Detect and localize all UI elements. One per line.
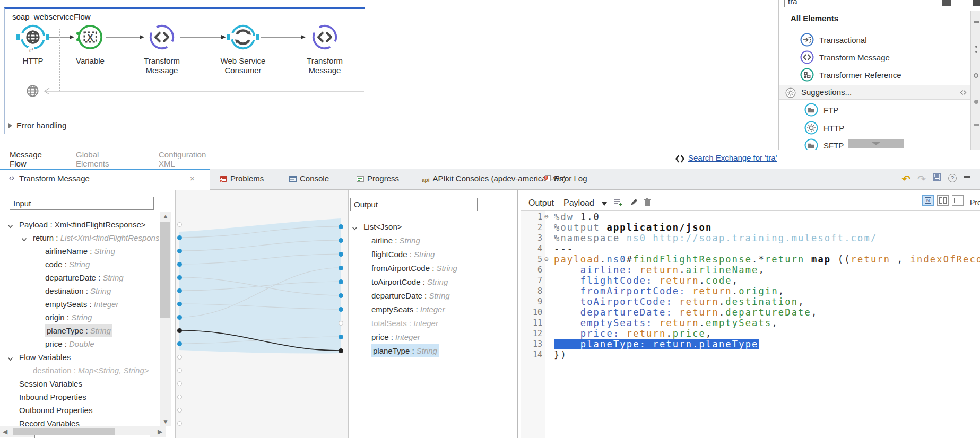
redo-icon[interactable]: ↷: [917, 173, 926, 185]
view-mode-code-button[interactable]: N: [922, 195, 934, 206]
tree-item-price[interactable]: price : Integer: [0, 330, 512, 344]
edit-icon[interactable]: [629, 197, 639, 207]
mapping-port-input[interactable]: [177, 341, 182, 346]
panel-tab-problems[interactable]: Problems: [220, 174, 264, 186]
code-line-12[interactable]: price: return.price,: [554, 328, 712, 339]
flow-node-web-service-consumer[interactable]: [230, 24, 256, 50]
filter-icon[interactable]: [942, 0, 951, 6]
mapping-port-output[interactable]: [339, 224, 343, 229]
preview-toggle[interactable]: Preview: [970, 198, 980, 207]
editor-tab-configuration-xml[interactable]: Configuration XML: [159, 150, 206, 168]
mapping-port-input[interactable]: [177, 222, 182, 227]
view-mode-full-button[interactable]: [952, 195, 964, 206]
palette-item-transformer-reference[interactable]: Transformer Reference: [800, 68, 901, 83]
chevron-down-icon[interactable]: [352, 221, 358, 233]
editor-tab-global-elements[interactable]: Global Elements: [76, 150, 109, 168]
error-handling-toggle[interactable]: Error handling: [8, 121, 66, 130]
code-payload-label[interactable]: Payload: [563, 198, 594, 208]
code-line-8[interactable]: fromAirportCode: return.origin,: [554, 286, 785, 296]
mapping-port-input[interactable]: [177, 408, 182, 413]
tree-item-fromairportcode[interactable]: fromAirportCode : String: [0, 261, 512, 275]
mapping-port-output[interactable]: [339, 238, 343, 243]
view-mode-split-button[interactable]: [937, 195, 949, 206]
delete-icon[interactable]: [643, 197, 652, 207]
code-line-5[interactable]: payload.ns0#findFlightResponse.*return m…: [554, 254, 980, 265]
tree-item-departuredate[interactable]: departureDate : String: [0, 289, 512, 302]
palette-suggestion-sftp[interactable]: SFTP: [804, 138, 844, 150]
code-line-3[interactable]: %namespace ns0 http://soap.training.mule…: [554, 233, 877, 243]
mapping-port-output[interactable]: [339, 307, 343, 312]
tree-item-airline[interactable]: airline : String: [0, 234, 512, 247]
mapping-port-input[interactable]: [177, 288, 182, 293]
code-line-6[interactable]: airline: return.airlineName,: [554, 265, 765, 275]
tree-item-session-variables[interactable]: Session Variables: [0, 377, 159, 390]
mapping-port-input[interactable]: [177, 262, 182, 267]
tree-item-flightcode[interactable]: flightCode : String: [0, 248, 512, 261]
output-filter-box[interactable]: [350, 198, 478, 211]
mapping-port-input[interactable]: [177, 368, 182, 373]
flow-node-transform-message[interactable]: [149, 24, 175, 50]
code-line-2[interactable]: %output application/json: [554, 222, 712, 233]
code-line-11[interactable]: emptySeats: return.emptySeats,: [554, 318, 778, 328]
mapping-port-input[interactable]: [177, 249, 182, 253]
dataweave-code-editor[interactable]: 1⊖%dw 1.02%output application/json3%name…: [521, 211, 980, 438]
palette-search-input[interactable]: [784, 0, 939, 7]
panel-tab-progress[interactable]: Progress: [357, 174, 399, 186]
code-line-13[interactable]: planeType: return.planeType: [554, 339, 759, 349]
mapping-port-input[interactable]: [177, 328, 182, 333]
mapping-port-output[interactable]: [339, 252, 343, 257]
code-line-1[interactable]: %dw 1.0: [554, 212, 600, 222]
mapping-port-input[interactable]: [177, 355, 182, 360]
mapping-port-output[interactable]: [339, 348, 343, 353]
tree-item-destination[interactable]: destination : Map<String, String>: [0, 364, 159, 377]
palette-suggestion-http[interactable]: HTTP: [804, 121, 844, 136]
code-line-10[interactable]: departureDate: return.departureDate,: [554, 307, 818, 318]
fold-icon[interactable]: ⊖: [544, 212, 550, 222]
mapping-port-input[interactable]: [177, 275, 182, 280]
palette-suggestion-ftp[interactable]: FTP: [804, 103, 838, 118]
undo-icon[interactable]: ↶: [902, 173, 910, 185]
tree-item-toairportcode[interactable]: toAirportCode : String: [0, 275, 512, 288]
mapping-port-output[interactable]: [339, 293, 343, 298]
minimize-icon[interactable]: [964, 173, 970, 182]
editor-tab-message-flow[interactable]: Message Flow: [10, 150, 42, 168]
tree-item-emptyseats[interactable]: emptySeats : Integer: [0, 303, 512, 316]
mapping-port-input[interactable]: [177, 421, 182, 426]
code-line-4[interactable]: ---: [554, 243, 574, 254]
add-target-icon[interactable]: [613, 197, 624, 207]
tree-item-planetype[interactable]: planeType : String: [0, 344, 512, 357]
mapping-port-input[interactable]: [177, 315, 182, 320]
palette-item-transactional[interactable]: Transactional: [800, 33, 867, 48]
mapping-port-output[interactable]: [339, 321, 343, 326]
panel-tab-transform-message[interactable]: Transform Message×: [7, 174, 90, 186]
code-line-9[interactable]: toAirportCode: return.destination,: [554, 296, 805, 307]
mapping-port-input[interactable]: [177, 395, 182, 399]
code-line-14[interactable]: }): [554, 349, 567, 360]
palette-scrollbar[interactable]: [848, 139, 904, 148]
panel-tab-error-log[interactable]: !Error Log: [544, 174, 587, 186]
flow-node-transform-message[interactable]: [312, 24, 337, 50]
tree-item-list-json-[interactable]: List<Json>: [0, 220, 512, 233]
fold-icon[interactable]: ⊖: [544, 254, 550, 265]
mapping-port-output[interactable]: [339, 335, 343, 339]
tree-item-inbound-properties[interactable]: Inbound Properties: [0, 390, 159, 404]
mapping-port-input[interactable]: [177, 235, 182, 240]
suggestions-header-row[interactable]: Suggestions...: [779, 85, 970, 100]
flow-node-http[interactable]: [20, 24, 46, 50]
tree-item-totalseats[interactable]: totalSeats : Integer: [0, 317, 512, 330]
panel-tab-console[interactable]: Console: [289, 174, 329, 186]
close-tab-icon[interactable]: ×: [190, 174, 195, 183]
palette-item-transform-message[interactable]: Transform Message: [800, 50, 890, 65]
mapping-port-input[interactable]: [177, 302, 182, 306]
mapping-port-output[interactable]: [339, 266, 343, 270]
payload-dropdown-icon[interactable]: [602, 202, 607, 206]
input-filter-box[interactable]: [10, 197, 154, 210]
flow-node-variable[interactable]: X: [77, 24, 103, 50]
search-exchange-link[interactable]: Search Exchange for 'tra': [688, 153, 777, 162]
code-line-7[interactable]: flightCode: return.code,: [554, 275, 739, 286]
tree-item-outbound-properties[interactable]: Outbound Properties: [0, 404, 159, 417]
mapping-port-output[interactable]: [339, 279, 343, 284]
mapping-port-input[interactable]: [177, 381, 182, 386]
save-icon[interactable]: [933, 173, 941, 183]
help-icon[interactable]: ?: [948, 173, 957, 182]
